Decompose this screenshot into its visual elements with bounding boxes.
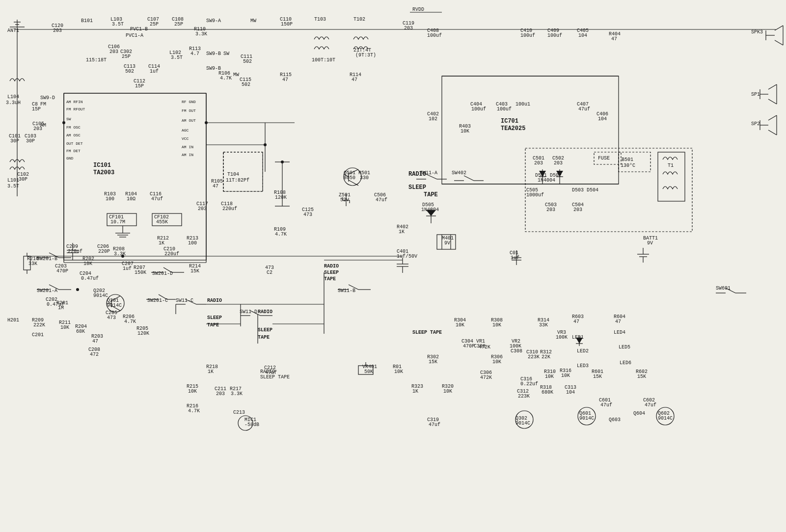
svg-text:102: 102 [429, 116, 437, 122]
svg-text:9V: 9V [444, 240, 450, 246]
svg-text:FM RFOUT: FM RFOUT [66, 107, 85, 111]
svg-text:203: 203 [33, 126, 42, 132]
svg-text:47: 47 [92, 339, 98, 344]
svg-text:4.7: 4.7 [190, 51, 199, 56]
svg-text:SW9-D: SW9-D [40, 95, 55, 101]
svg-text:1uf: 1uf [150, 69, 159, 74]
svg-text:LED2: LED2 [577, 348, 589, 354]
svg-text:MW: MW [250, 18, 256, 24]
svg-text:203: 203 [216, 391, 225, 397]
svg-text:680K: 680K [542, 390, 553, 395]
svg-text:203: 203 [404, 26, 413, 31]
svg-text:100uf: 100uf [520, 33, 535, 38]
svg-text:LED4: LED4 [614, 330, 625, 335]
svg-text:10K: 10K [456, 322, 464, 328]
svg-text:C213: C213 [233, 410, 245, 415]
svg-text:T104: T104 [227, 172, 239, 177]
svg-text:AGC: AGC [182, 128, 189, 133]
svg-text:15K: 15K [637, 374, 646, 379]
svg-text:FM DET: FM DET [66, 149, 81, 153]
svg-text:10K: 10K [394, 369, 403, 374]
svg-text:SLEEP: SLEEP [207, 315, 222, 320]
svg-text:472K: 472K [480, 375, 492, 380]
svg-text:0.47uf: 0.47uf [81, 276, 99, 281]
svg-text:223K: 223K [528, 354, 540, 360]
svg-text:T102: T102 [353, 17, 365, 22]
svg-text:222K: 222K [33, 322, 45, 328]
svg-text:1K: 1K [412, 389, 418, 394]
svg-point-452 [121, 255, 124, 258]
svg-text:3.3uH: 3.3uH [6, 100, 21, 106]
svg-text:SW9-A: SW9-A [206, 18, 221, 24]
svg-text:Q604: Q604 [633, 411, 645, 416]
svg-text:SW402: SW402 [452, 170, 466, 176]
svg-text:(9T:3T): (9T:3T) [355, 53, 376, 58]
svg-text:4.7K: 4.7K [220, 76, 232, 81]
svg-text:203: 203 [53, 28, 62, 33]
svg-text:104: 104 [598, 116, 607, 122]
svg-text:33K: 33K [28, 261, 37, 266]
svg-text:10K: 10K [561, 373, 570, 378]
svg-text:47: 47 [213, 184, 218, 189]
svg-text:B101: B101 [81, 18, 93, 24]
svg-text:47: 47 [615, 319, 621, 324]
svg-text:C308: C308 [511, 348, 522, 354]
svg-text:4.7K: 4.7K [188, 408, 200, 414]
svg-text:SW11-D: SW11-D [240, 309, 257, 315]
svg-text:OUT DET: OUT DET [66, 141, 83, 146]
svg-text:1uf: 1uf [123, 266, 132, 271]
svg-text:10K: 10K [461, 129, 469, 134]
svg-text:9014C: 9014C [658, 416, 673, 421]
svg-text:RF GND: RF GND [182, 100, 196, 104]
svg-text:472K: 472K [479, 345, 490, 350]
svg-text:47uf: 47uf [600, 402, 612, 408]
svg-text:RADIO: RADIO [207, 298, 222, 303]
svg-text:104: 104 [566, 390, 575, 395]
svg-text:10K: 10K [60, 325, 69, 330]
svg-text:203: 203 [573, 207, 582, 213]
svg-text:4.7K: 4.7K [124, 319, 136, 324]
svg-text:10K: 10K [188, 389, 197, 394]
svg-text:RADIO: RADIO [258, 309, 272, 315]
svg-text:470P: 470P [56, 268, 68, 274]
svg-text:SW9-B: SW9-B [206, 51, 221, 56]
svg-text:30P: 30P [19, 177, 27, 182]
svg-text:LED5: LED5 [619, 345, 630, 350]
svg-text:8050: 8050 [344, 175, 355, 181]
svg-text:150P: 150P [281, 22, 293, 27]
svg-text:SW11-C: SW11-C [176, 298, 193, 303]
svg-text:TAPE: TAPE [207, 322, 219, 328]
svg-text:SLEEP TAPE: SLEEP TAPE [412, 330, 442, 335]
svg-text:FM OSC: FM OSC [66, 125, 81, 130]
svg-text:RADIO: RADIO [324, 264, 339, 269]
svg-text:SW201-C: SW201-C [147, 298, 168, 303]
svg-text:10K: 10K [83, 261, 92, 266]
svg-text:220uf: 220uf [68, 249, 82, 254]
svg-text:LED3: LED3 [577, 363, 589, 369]
svg-text:502: 502 [243, 59, 252, 64]
svg-text:1000uf: 1000uf [526, 192, 544, 198]
svg-text:33K: 33K [539, 322, 548, 328]
svg-text:25P: 25P [122, 54, 131, 59]
svg-text:AM OSC: AM OSC [66, 133, 81, 137]
svg-text:220uf: 220uf [222, 206, 237, 212]
svg-text:FM: FM [40, 102, 46, 107]
svg-text:3.3K: 3.3K [231, 391, 243, 397]
svg-text:47: 47 [573, 319, 579, 324]
svg-text:502: 502 [242, 82, 250, 87]
svg-point-449 [264, 143, 267, 146]
svg-text:B501: B501 [622, 157, 633, 162]
svg-text:SW11-B: SW11-B [338, 288, 355, 293]
svg-text:25P: 25P [150, 22, 159, 27]
svg-text:3.5T: 3.5T [112, 22, 124, 27]
svg-text:15K: 15K [190, 268, 199, 274]
svg-text:47: 47 [352, 77, 357, 82]
svg-text:15P: 15P [135, 83, 144, 89]
circuit-schematic: IC101 TA2003 IC701 TEA2025 T104 11T:82Pf… [0, 0, 786, 532]
svg-text:1K: 1K [159, 240, 164, 246]
svg-text:10K: 10K [492, 322, 501, 328]
svg-text:SLEEP: SLEEP [408, 184, 426, 191]
svg-point-450 [62, 121, 65, 124]
svg-text:223K: 223K [518, 394, 530, 399]
svg-text:25P: 25P [174, 22, 183, 27]
